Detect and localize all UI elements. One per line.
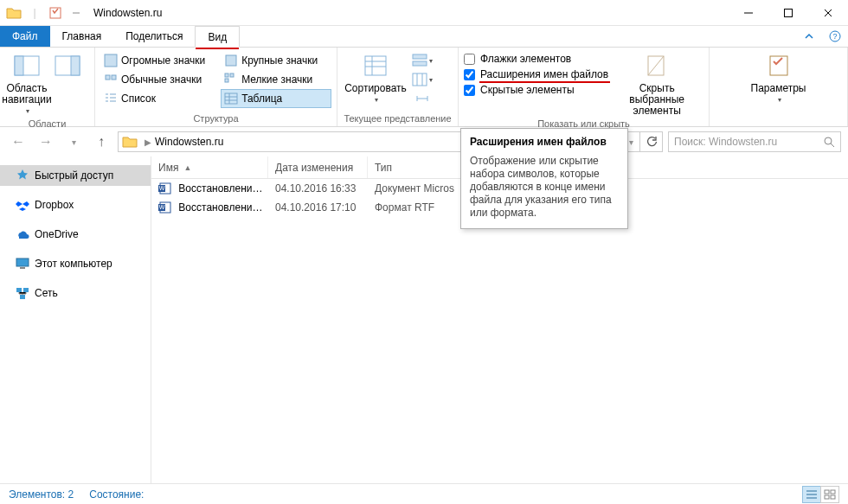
- svg-rect-19: [413, 73, 427, 86]
- checkbox-file-extensions[interactable]: Расширения имен файлов: [464, 68, 608, 80]
- column-date[interactable]: Дата изменения: [268, 156, 368, 178]
- layout-table[interactable]: Таблица: [221, 89, 331, 108]
- nav-row: ← → ▾ ↑ ▶ Windowsten.ru ▾ Поиск: Windows…: [0, 127, 848, 156]
- svg-rect-36: [825, 495, 829, 499]
- status-item-state: Состояние:: [89, 488, 144, 501]
- qat-dropdown-icon[interactable]: [67, 3, 86, 22]
- navigation-pane-label: Область навигации: [2, 83, 51, 105]
- ribbon-group-layout: Огромные значки Крупные значки Обычные з…: [95, 48, 337, 126]
- svg-rect-0: [50, 8, 61, 18]
- help-icon[interactable]: ?: [822, 26, 848, 47]
- sidebar-item-network[interactable]: Сеть: [0, 283, 151, 303]
- hide-selected-button[interactable]: Скрыть выбранные элементы: [615, 51, 698, 117]
- view-details-button[interactable]: [802, 486, 821, 503]
- sidebar-item-onedrive[interactable]: OneDrive: [0, 224, 151, 245]
- breadcrumb-sep-icon[interactable]: ▶: [145, 137, 151, 147]
- search-icon: [823, 136, 835, 148]
- folder-icon: [4, 3, 23, 22]
- file-name: Восстановление ...: [178, 182, 268, 195]
- file-date: 04.10.2016 17:10: [268, 201, 368, 214]
- options-label: Параметры: [751, 83, 806, 94]
- onedrive-icon: [16, 227, 29, 241]
- sort-button[interactable]: Сортировать ▾: [343, 51, 408, 112]
- file-date: 04.10.2016 16:33: [268, 182, 368, 195]
- ribbon-group-currentview: Сортировать ▾ ▾ ▾ Текущее представление: [337, 48, 459, 126]
- table-icon: [224, 92, 238, 105]
- ribbon-group-currentview-label: Текущее представление: [343, 112, 453, 126]
- svg-rect-12: [225, 73, 228, 77]
- layout-normal-icons[interactable]: Обычные значки: [100, 70, 219, 89]
- svg-rect-21: [770, 56, 787, 75]
- svg-rect-26: [23, 288, 29, 292]
- navigation-sidebar: Быстрый доступ Dropbox OneDrive Этот ком…: [0, 156, 151, 483]
- properties-icon[interactable]: [46, 3, 65, 22]
- refresh-button[interactable]: [640, 131, 663, 152]
- tab-file[interactable]: Файл: [0, 26, 50, 47]
- preview-pane-icon: [54, 53, 81, 80]
- svg-rect-37: [831, 495, 835, 499]
- ribbon-group-layout-label: Структура: [100, 112, 331, 126]
- hide-selected-icon: [643, 53, 671, 80]
- minimize-button[interactable]: [729, 0, 768, 26]
- forward-button[interactable]: →: [35, 131, 57, 153]
- sidebar-item-dropbox[interactable]: Dropbox: [0, 195, 151, 215]
- svg-text:W: W: [159, 185, 165, 191]
- svg-rect-10: [106, 75, 110, 80]
- back-button[interactable]: ←: [7, 131, 29, 153]
- add-columns-button[interactable]: ▾: [412, 70, 433, 89]
- status-item-count: Элементов: 2: [9, 488, 74, 501]
- tooltip-title: Расширения имен файлов: [470, 136, 619, 148]
- layout-list[interactable]: Список: [100, 89, 219, 108]
- tab-home[interactable]: Главная: [50, 26, 114, 47]
- ribbon-collapse-icon[interactable]: [796, 26, 822, 47]
- search-input[interactable]: Поиск: Windowsten.ru: [668, 131, 841, 152]
- sidebar-item-thispc[interactable]: Этот компьютер: [0, 253, 151, 274]
- ribbon-group-panes: Область навигации ▾ Области: [0, 48, 95, 126]
- search-placeholder: Поиск: Windowsten.ru: [674, 136, 823, 148]
- navigation-pane-button[interactable]: Область навигации ▾: [5, 51, 48, 117]
- options-button[interactable]: Параметры ▾: [748, 51, 809, 112]
- svg-rect-11: [112, 75, 116, 80]
- checkbox-item-checkboxes-input[interactable]: [464, 54, 475, 65]
- layout-huge-icons[interactable]: Огромные значки: [100, 51, 219, 70]
- folder-icon: [122, 134, 138, 150]
- size-columns-button[interactable]: [412, 89, 433, 108]
- normal-icons-icon: [104, 73, 118, 86]
- close-button[interactable]: [808, 0, 848, 26]
- sort-asc-icon: ▲: [183, 163, 191, 172]
- star-icon: [16, 169, 29, 182]
- dropbox-icon: [16, 198, 29, 212]
- computer-icon: [16, 257, 29, 271]
- tab-view[interactable]: Вид: [195, 26, 240, 48]
- checkbox-hidden-items-input[interactable]: [464, 85, 475, 96]
- column-name[interactable]: Имя ▲: [151, 156, 268, 178]
- recent-dropdown[interactable]: ▾: [62, 131, 85, 153]
- checkbox-hidden-items[interactable]: Скрытые элементы: [464, 84, 608, 96]
- svg-rect-16: [365, 56, 386, 75]
- svg-rect-9: [226, 55, 236, 66]
- svg-rect-8: [105, 54, 117, 67]
- ribbon: Область навигации ▾ Области Огромные зна…: [0, 48, 848, 127]
- maximize-button[interactable]: [768, 0, 808, 26]
- chevron-down-icon: ▾: [375, 94, 378, 105]
- breadcrumb[interactable]: Windowsten.ru: [155, 136, 223, 148]
- huge-icons-icon: [104, 54, 118, 67]
- preview-pane-button[interactable]: [48, 51, 87, 117]
- tooltip-extensions: Расширения имен файлов Отображение или с…: [460, 128, 628, 229]
- view-large-icons-button[interactable]: [820, 486, 839, 503]
- up-button[interactable]: ↑: [90, 131, 112, 153]
- svg-rect-5: [15, 56, 23, 75]
- sidebar-item-quick-access[interactable]: Быстрый доступ: [0, 165, 151, 186]
- main-area: Быстрый доступ Dropbox OneDrive Этот ком…: [0, 156, 848, 483]
- layout-large-icons[interactable]: Крупные значки: [221, 51, 331, 70]
- svg-rect-17: [413, 54, 427, 59]
- layout-small-icons[interactable]: Мелкие значки: [221, 70, 331, 89]
- window-title: Windowsten.ru: [93, 7, 162, 19]
- checkbox-item-checkboxes[interactable]: Флажки элементов: [464, 53, 608, 65]
- tab-share[interactable]: Поделиться: [113, 26, 195, 47]
- small-icons-icon: [224, 73, 238, 86]
- svg-rect-13: [230, 73, 234, 77]
- titlebar: | Windowsten.ru: [0, 0, 848, 26]
- group-by-button[interactable]: ▾: [412, 51, 433, 70]
- checkbox-file-extensions-input[interactable]: [464, 69, 475, 80]
